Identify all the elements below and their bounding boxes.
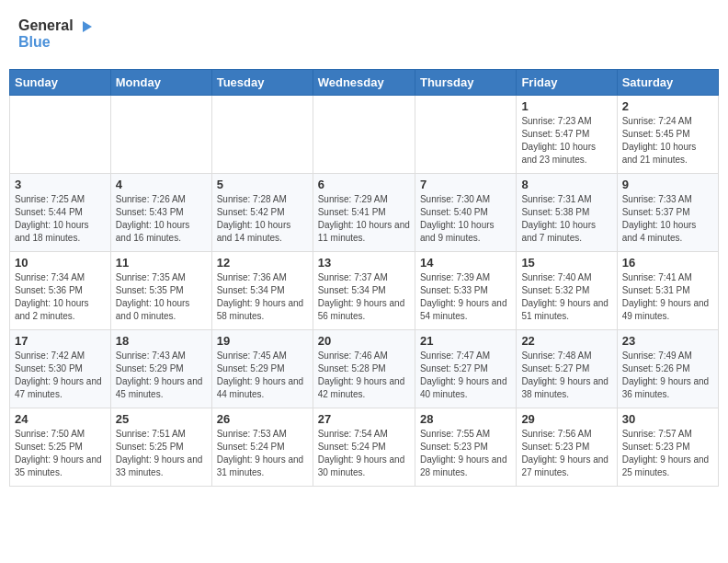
day-number: 18: [116, 334, 207, 348]
day-info: Sunrise: 7:45 AM Sunset: 5:29 PM Dayligh…: [217, 350, 308, 401]
calendar-cell: 11Sunrise: 7:35 AM Sunset: 5:35 PM Dayli…: [110, 252, 211, 330]
calendar-cell: [415, 96, 516, 174]
day-info: Sunrise: 7:54 AM Sunset: 5:24 PM Dayligh…: [318, 428, 410, 479]
weekday-header-tuesday: Tuesday: [211, 70, 313, 96]
day-number: 7: [420, 178, 511, 191]
day-info: Sunrise: 7:48 AM Sunset: 5:27 PM Dayligh…: [521, 350, 611, 401]
calendar-cell: 13Sunrise: 7:37 AM Sunset: 5:34 PM Dayli…: [313, 252, 415, 330]
weekday-header-friday: Friday: [517, 70, 617, 96]
calendar-cell: 30Sunrise: 7:57 AM Sunset: 5:23 PM Dayli…: [617, 408, 718, 487]
svg-text:General: General: [18, 17, 74, 33]
week-row-5: 24Sunrise: 7:50 AM Sunset: 5:25 PM Dayli…: [10, 408, 719, 487]
day-info: Sunrise: 7:42 AM Sunset: 5:30 PM Dayligh…: [15, 350, 106, 401]
day-info: Sunrise: 7:33 AM Sunset: 5:37 PM Dayligh…: [622, 193, 713, 245]
calendar-cell: 23Sunrise: 7:49 AM Sunset: 5:26 PM Dayli…: [617, 330, 718, 408]
day-info: Sunrise: 7:53 AM Sunset: 5:24 PM Dayligh…: [217, 428, 308, 479]
logo: GeneralBlue: [18, 14, 92, 55]
day-info: Sunrise: 7:31 AM Sunset: 5:38 PM Dayligh…: [521, 193, 611, 245]
day-number: 27: [318, 412, 410, 426]
calendar-cell: 7Sunrise: 7:30 AM Sunset: 5:40 PM Daylig…: [415, 174, 516, 252]
calendar-cell: 28Sunrise: 7:55 AM Sunset: 5:23 PM Dayli…: [415, 408, 516, 487]
calendar-cell: 18Sunrise: 7:43 AM Sunset: 5:29 PM Dayli…: [110, 330, 211, 408]
day-number: 17: [15, 334, 106, 348]
calendar: SundayMondayTuesdayWednesdayThursdayFrid…: [9, 69, 719, 487]
day-number: 19: [217, 334, 308, 348]
svg-text:Blue: Blue: [18, 34, 51, 50]
day-number: 13: [318, 256, 410, 270]
week-row-2: 3Sunrise: 7:25 AM Sunset: 5:44 PM Daylig…: [10, 174, 719, 252]
day-info: Sunrise: 7:36 AM Sunset: 5:34 PM Dayligh…: [217, 271, 308, 323]
day-info: Sunrise: 7:25 AM Sunset: 5:44 PM Dayligh…: [15, 193, 106, 245]
day-number: 5: [217, 178, 308, 191]
weekday-header-wednesday: Wednesday: [313, 70, 415, 96]
day-number: 25: [116, 412, 207, 426]
calendar-cell: 19Sunrise: 7:45 AM Sunset: 5:29 PM Dayli…: [211, 330, 313, 408]
day-number: 8: [521, 178, 611, 191]
day-info: Sunrise: 7:37 AM Sunset: 5:34 PM Dayligh…: [318, 271, 410, 323]
calendar-cell: [211, 96, 313, 174]
day-info: Sunrise: 7:40 AM Sunset: 5:32 PM Dayligh…: [521, 271, 611, 323]
calendar-cell: 2Sunrise: 7:24 AM Sunset: 5:45 PM Daylig…: [617, 96, 718, 174]
day-number: 15: [521, 256, 611, 270]
calendar-cell: 5Sunrise: 7:28 AM Sunset: 5:42 PM Daylig…: [211, 174, 313, 252]
day-number: 2: [622, 99, 713, 113]
calendar-cell: 8Sunrise: 7:31 AM Sunset: 5:38 PM Daylig…: [517, 174, 617, 252]
day-number: 10: [15, 256, 106, 270]
day-info: Sunrise: 7:23 AM Sunset: 5:47 PM Dayligh…: [521, 115, 611, 167]
calendar-cell: 17Sunrise: 7:42 AM Sunset: 5:30 PM Dayli…: [10, 330, 111, 408]
weekday-header-saturday: Saturday: [617, 70, 718, 96]
calendar-cell: 3Sunrise: 7:25 AM Sunset: 5:44 PM Daylig…: [10, 174, 111, 252]
day-number: 11: [116, 256, 207, 270]
day-number: 28: [420, 412, 511, 426]
day-number: 12: [217, 256, 308, 270]
calendar-cell: 4Sunrise: 7:26 AM Sunset: 5:43 PM Daylig…: [110, 174, 211, 252]
calendar-cell: [110, 96, 211, 174]
calendar-cell: 26Sunrise: 7:53 AM Sunset: 5:24 PM Dayli…: [211, 408, 313, 487]
day-number: 9: [622, 178, 713, 191]
calendar-cell: 21Sunrise: 7:47 AM Sunset: 5:27 PM Dayli…: [415, 330, 516, 408]
day-info: Sunrise: 7:56 AM Sunset: 5:23 PM Dayligh…: [521, 428, 611, 479]
day-info: Sunrise: 7:24 AM Sunset: 5:45 PM Dayligh…: [622, 115, 713, 167]
day-number: 24: [15, 412, 106, 426]
calendar-cell: 24Sunrise: 7:50 AM Sunset: 5:25 PM Dayli…: [10, 408, 111, 487]
day-number: 3: [15, 178, 106, 191]
calendar-cell: 27Sunrise: 7:54 AM Sunset: 5:24 PM Dayli…: [313, 408, 415, 487]
day-number: 21: [420, 334, 511, 348]
week-row-3: 10Sunrise: 7:34 AM Sunset: 5:36 PM Dayli…: [10, 252, 719, 330]
calendar-cell: 15Sunrise: 7:40 AM Sunset: 5:32 PM Dayli…: [517, 252, 617, 330]
day-info: Sunrise: 7:30 AM Sunset: 5:40 PM Dayligh…: [420, 193, 511, 245]
calendar-cell: 20Sunrise: 7:46 AM Sunset: 5:28 PM Dayli…: [313, 330, 415, 408]
day-info: Sunrise: 7:55 AM Sunset: 5:23 PM Dayligh…: [420, 428, 511, 479]
calendar-cell: 25Sunrise: 7:51 AM Sunset: 5:25 PM Dayli…: [110, 408, 211, 487]
day-info: Sunrise: 7:46 AM Sunset: 5:28 PM Dayligh…: [318, 350, 410, 401]
calendar-cell: 29Sunrise: 7:56 AM Sunset: 5:23 PM Dayli…: [517, 408, 617, 487]
day-number: 29: [521, 412, 611, 426]
calendar-cell: 14Sunrise: 7:39 AM Sunset: 5:33 PM Dayli…: [415, 252, 516, 330]
svg-marker-1: [83, 21, 92, 32]
day-number: 26: [217, 412, 308, 426]
weekday-header-sunday: Sunday: [10, 70, 111, 96]
day-number: 6: [318, 178, 410, 191]
day-number: 30: [622, 412, 713, 426]
day-number: 4: [116, 178, 207, 191]
week-row-1: 1Sunrise: 7:23 AM Sunset: 5:47 PM Daylig…: [10, 96, 719, 174]
day-info: Sunrise: 7:43 AM Sunset: 5:29 PM Dayligh…: [116, 350, 207, 401]
calendar-cell: 10Sunrise: 7:34 AM Sunset: 5:36 PM Dayli…: [10, 252, 111, 330]
weekday-header-row: SundayMondayTuesdayWednesdayThursdayFrid…: [10, 70, 719, 96]
day-number: 22: [521, 334, 611, 348]
day-info: Sunrise: 7:35 AM Sunset: 5:35 PM Dayligh…: [116, 271, 207, 323]
day-number: 20: [318, 334, 410, 348]
day-info: Sunrise: 7:41 AM Sunset: 5:31 PM Dayligh…: [622, 271, 713, 323]
day-info: Sunrise: 7:34 AM Sunset: 5:36 PM Dayligh…: [15, 271, 106, 323]
calendar-cell: 1Sunrise: 7:23 AM Sunset: 5:47 PM Daylig…: [517, 96, 617, 174]
day-info: Sunrise: 7:50 AM Sunset: 5:25 PM Dayligh…: [15, 428, 106, 479]
calendar-cell: 6Sunrise: 7:29 AM Sunset: 5:41 PM Daylig…: [313, 174, 415, 252]
day-info: Sunrise: 7:47 AM Sunset: 5:27 PM Dayligh…: [420, 350, 511, 401]
day-number: 14: [420, 256, 511, 270]
week-row-4: 17Sunrise: 7:42 AM Sunset: 5:30 PM Dayli…: [10, 330, 719, 408]
calendar-cell: [10, 96, 111, 174]
day-info: Sunrise: 7:28 AM Sunset: 5:42 PM Dayligh…: [217, 193, 308, 245]
day-info: Sunrise: 7:29 AM Sunset: 5:41 PM Dayligh…: [318, 193, 410, 245]
calendar-cell: 22Sunrise: 7:48 AM Sunset: 5:27 PM Dayli…: [517, 330, 617, 408]
day-number: 16: [622, 256, 713, 270]
